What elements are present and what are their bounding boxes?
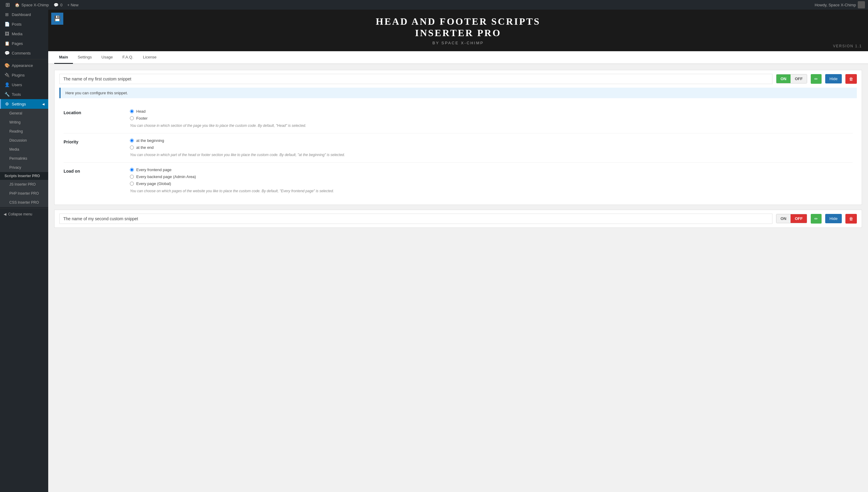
home-icon: 🏠 <box>15 3 20 7</box>
location-head-radio[interactable] <box>130 109 134 113</box>
loadon-backend-radio[interactable] <box>130 175 134 179</box>
sidebar-item-writing[interactable]: Writing <box>0 118 48 127</box>
sidebar-item-js-inserter[interactable]: JS Inserter PRO <box>0 180 48 189</box>
sidebar-plugins-label: Plugins <box>12 73 25 77</box>
loadon-global-label: Every page (Global) <box>136 181 171 186</box>
sidebar-comments-label: Comments <box>12 51 31 55</box>
tab-main[interactable]: Main <box>54 51 73 64</box>
settings-arrow-icon: ◀ <box>42 102 45 106</box>
sidebar-item-tools[interactable]: 🔧 Tools <box>0 90 48 99</box>
location-footer-option[interactable]: Footer <box>130 116 853 121</box>
sidebar-item-users[interactable]: 👤 Users <box>0 80 48 90</box>
sidebar-appearance-label: Appearance <box>12 63 33 68</box>
loadon-global-radio[interactable] <box>130 182 134 186</box>
appearance-icon: 🎨 <box>4 63 9 68</box>
tab-faq[interactable]: F.A.Q. <box>118 51 138 64</box>
snippet-1-loadon-row: Load on Every frontend page Every backen… <box>64 163 853 199</box>
loadon-frontend-option[interactable]: Every frontend page <box>130 168 853 172</box>
sidebar-item-php-inserter[interactable]: PHP Inserter PRO <box>0 189 48 198</box>
snippet-1-edit-button[interactable]: ✏ <box>811 74 822 84</box>
snippet-2-edit-button[interactable]: ✏ <box>811 214 822 224</box>
tools-icon: 🔧 <box>4 92 9 97</box>
snippet-1-header: ON OFF ✏ Hide 🗑 <box>54 70 862 88</box>
priority-end-label: at the end <box>136 145 154 150</box>
priority-hint: You can choose in which part of the head… <box>130 152 853 157</box>
sidebar-item-css-inserter[interactable]: CSS Inserter PRO <box>0 198 48 207</box>
collapse-label: Collapse menu <box>8 212 32 216</box>
collapse-menu-btn[interactable]: ◀ Collapse menu <box>0 210 48 219</box>
tab-license[interactable]: License <box>138 51 161 64</box>
sidebar-item-general[interactable]: General <box>0 109 48 118</box>
snippet-1-info-bar: Here you can configure this snippet. <box>59 88 857 98</box>
snippet-1-hide-button[interactable]: Hide <box>825 74 842 83</box>
save-icon: 💾 <box>54 15 61 22</box>
location-head-option[interactable]: Head <box>130 109 853 114</box>
css-inserter-label: CSS Inserter PRO <box>9 200 39 204</box>
snippet-1-toggle-off[interactable]: OFF <box>791 74 807 83</box>
snippet-1-priority-row: Priority at the beginning at the end You… <box>64 133 853 163</box>
comments-icon: 💬 <box>54 3 58 7</box>
location-label: Location <box>64 109 130 115</box>
sidebar-item-appearance[interactable]: 🎨 Appearance <box>0 60 48 70</box>
sidebar-item-pages[interactable]: 📋 Pages <box>0 39 48 48</box>
snippet-2-name-input[interactable] <box>59 214 772 224</box>
media-sub-label: Media <box>9 147 19 151</box>
sidebar-item-dashboard[interactable]: ⊞ Dashboard <box>0 10 48 19</box>
js-inserter-label: JS Inserter PRO <box>9 182 35 187</box>
site-name-link[interactable]: 🏠 Space X-Chimp <box>13 0 51 10</box>
comments-link[interactable]: 💬 0 <box>51 0 65 10</box>
priority-end-option[interactable]: at the end <box>130 145 853 150</box>
sidebar-media-label: Media <box>12 32 22 36</box>
save-button[interactable]: 💾 <box>51 13 63 25</box>
admin-bar: ⊞ 🏠 Space X-Chimp 💬 0 + New Howdy, Space… <box>0 0 868 10</box>
location-options: Head Footer You can choose in which sect… <box>130 109 853 128</box>
priority-beginning-radio[interactable] <box>130 139 134 143</box>
snippet-1-toggle-on[interactable]: ON <box>776 74 791 83</box>
sidebar-item-settings[interactable]: ⚙ Settings ◀ <box>0 99 48 109</box>
priority-beginning-option[interactable]: at the beginning <box>130 138 853 143</box>
sidebar-item-posts[interactable]: 📄 Posts <box>0 19 48 29</box>
media-icon: 🖼 <box>4 31 9 36</box>
pencil-icon: ✏ <box>814 76 818 81</box>
snippet-2-delete-button[interactable]: 🗑 <box>845 214 857 224</box>
snippet-2-toggle-off[interactable]: OFF <box>791 214 807 223</box>
location-footer-radio[interactable] <box>130 116 134 120</box>
sidebar-item-comments[interactable]: 💬 Comments <box>0 48 48 58</box>
snippet-1-delete-button[interactable]: 🗑 <box>845 74 857 84</box>
snippet-1-card: ON OFF ✏ Hide 🗑 Here you can configure t… <box>54 70 862 205</box>
reading-label: Reading <box>9 129 23 133</box>
scripts-inserter-submenu: JS Inserter PRO PHP Inserter PRO CSS Ins… <box>0 180 48 207</box>
sidebar-tools-label: Tools <box>12 92 21 97</box>
sidebar-item-media[interactable]: 🖼 Media <box>0 29 48 39</box>
new-content-link[interactable]: + New <box>65 0 81 10</box>
snippet-1-body: Location Head Footer You can choose in w… <box>54 98 862 204</box>
snippet-2-hide-button[interactable]: Hide <box>825 214 842 223</box>
priority-end-radio[interactable] <box>130 146 134 149</box>
snippet-1-info-text: Here you can configure this snippet. <box>65 91 128 95</box>
loadon-global-option[interactable]: Every page (Global) <box>130 181 853 186</box>
loadon-frontend-radio[interactable] <box>130 168 134 172</box>
sidebar-item-privacy[interactable]: Privacy <box>0 163 48 172</box>
tab-settings[interactable]: Settings <box>73 51 97 64</box>
sidebar-item-discussion[interactable]: Discussion <box>0 136 48 145</box>
sidebar-item-reading[interactable]: Reading <box>0 127 48 136</box>
general-label: General <box>9 111 22 115</box>
loadon-backend-label: Every backend page (Admin Area) <box>136 174 196 179</box>
sidebar-scripts-inserter-pro[interactable]: Scripts Inserter PRO <box>0 172 48 180</box>
users-icon: 👤 <box>4 82 9 87</box>
snippet-1-location-row: Location Head Footer You can choose in w… <box>64 104 853 133</box>
admin-sidebar: ⊞ Dashboard 📄 Posts 🖼 Media 📋 Pages 💬 Co… <box>0 10 48 492</box>
tab-usage[interactable]: Usage <box>97 51 118 64</box>
loadon-options: Every frontend page Every backend page (… <box>130 168 853 194</box>
sidebar-item-media-sub[interactable]: Media <box>0 145 48 154</box>
sidebar-item-permalinks[interactable]: Permalinks <box>0 154 48 163</box>
loadon-backend-option[interactable]: Every backend page (Admin Area) <box>130 174 853 179</box>
comments-count: 0 <box>60 3 63 7</box>
sidebar-item-plugins[interactable]: 🔌 Plugins <box>0 70 48 80</box>
snippet-1-name-input[interactable] <box>59 74 772 84</box>
wp-logo-link[interactable]: ⊞ <box>3 0 13 10</box>
snippet-2-toggle-on[interactable]: ON <box>776 214 791 223</box>
plugins-icon: 🔌 <box>4 73 9 77</box>
loadon-frontend-label: Every frontend page <box>136 168 171 172</box>
php-inserter-label: PHP Inserter PRO <box>9 191 39 196</box>
